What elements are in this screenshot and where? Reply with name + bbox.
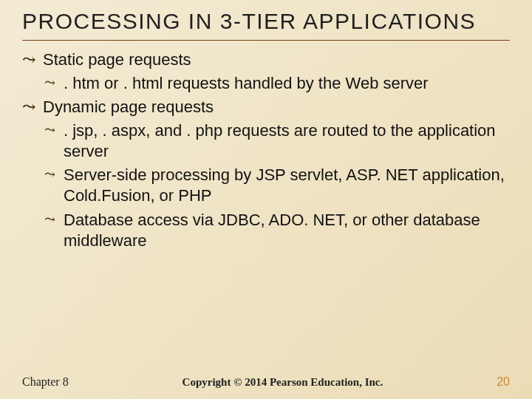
slide-title: PROCESSING IN 3-TIER APPLICATIONS xyxy=(22,7,510,35)
bullet-text: Database access via JDBC, ADO. NET, or o… xyxy=(64,211,480,250)
bullet-text: . jsp, . aspx, and . php requests are ro… xyxy=(64,121,496,160)
title-underline xyxy=(22,40,510,41)
bullet-text: Static page requests xyxy=(43,50,191,69)
slide-content: ⤳ Static page requests ⤳ . htm or . html… xyxy=(22,50,510,251)
bullet-text: Dynamic page requests xyxy=(43,98,214,116)
page-number: 20 xyxy=(497,375,510,389)
bullet-level2: ⤳ . htm or . html requests handled by th… xyxy=(22,73,510,94)
bullet-icon: ⤳ xyxy=(22,50,35,70)
slide: PROCESSING IN 3-TIER APPLICATIONS ⤳ Stat… xyxy=(0,0,532,399)
bullet-icon: ⤳ xyxy=(44,166,55,183)
bullet-icon: ⤳ xyxy=(44,211,55,228)
bullet-level1: ⤳ Dynamic page requests xyxy=(22,97,510,117)
bullet-icon: ⤳ xyxy=(22,97,35,117)
bullet-icon: ⤳ xyxy=(44,75,55,92)
bullet-level2: ⤳ Database access via JDBC, ADO. NET, or… xyxy=(22,210,510,251)
copyright-label: Copyright © 2014 Pearson Education, Inc. xyxy=(69,376,497,389)
bullet-text: . htm or . html requests handled by the … xyxy=(64,74,429,92)
bullet-level2: ⤳ Server-side processing by JSP servlet,… xyxy=(22,165,510,206)
bullet-level2: ⤳ . jsp, . aspx, and . php requests are … xyxy=(22,120,510,162)
bullet-icon: ⤳ xyxy=(44,122,55,139)
chapter-label: Chapter 8 xyxy=(22,375,69,389)
footer: Chapter 8 Copyright © 2014 Pearson Educa… xyxy=(22,375,510,389)
bullet-level1: ⤳ Static page requests xyxy=(22,50,510,70)
bullet-text: Server-side processing by JSP servlet, A… xyxy=(64,166,505,205)
